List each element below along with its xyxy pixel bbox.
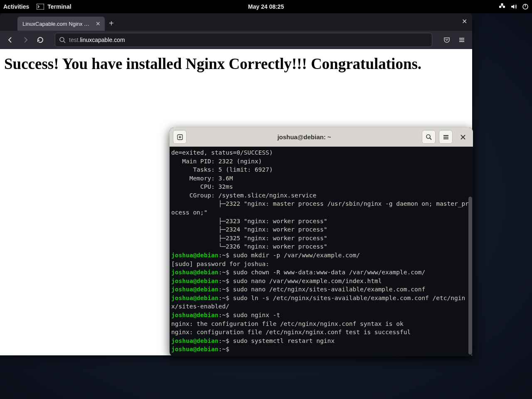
page-heading: Success! You have installed Nginx Correc… (4, 56, 468, 73)
clock[interactable]: May 24 08:25 (248, 3, 284, 10)
tab-close-icon[interactable]: ✕ (95, 20, 101, 27)
terminal-close-button[interactable] (456, 130, 470, 144)
svg-line-10 (430, 138, 431, 140)
terminal-window: joshua@debian: ~ de=exited, status=0/SUC… (170, 128, 473, 356)
gnome-topbar: Activities Terminal May 24 08:25 (0, 0, 532, 13)
hamburger-icon (443, 134, 449, 140)
active-app-name: Terminal (47, 3, 71, 10)
svg-rect-3 (501, 3, 503, 5)
browser-toolbar: test.linuxcapable.com (0, 31, 472, 49)
terminal-scrollbar[interactable] (468, 197, 472, 355)
network-icon[interactable] (499, 3, 505, 10)
power-icon[interactable] (522, 3, 529, 10)
volume-icon[interactable] (510, 3, 517, 10)
svg-line-7 (64, 41, 65, 43)
svg-point-6 (60, 37, 64, 42)
forward-button (19, 34, 32, 46)
terminal-body[interactable]: de=exited, status=0/SUCCESS) Main PID: 2… (170, 147, 473, 356)
terminal-new-tab-button[interactable] (173, 130, 187, 144)
hamburger-menu-button[interactable] (456, 34, 468, 46)
new-tab-button[interactable]: + (109, 19, 114, 28)
reload-button[interactable] (34, 34, 47, 46)
svg-rect-0 (37, 4, 44, 10)
search-icon (426, 134, 432, 140)
search-icon (59, 37, 66, 43)
terminal-titlebar: joshua@debian: ~ (170, 128, 473, 147)
terminal-icon (37, 4, 44, 10)
terminal-search-button[interactable] (422, 130, 436, 144)
tab-title: LinuxCapable.com Nginx Tes (22, 21, 91, 27)
back-button[interactable] (4, 34, 17, 46)
url-bar[interactable]: test.linuxcapable.com (55, 33, 432, 47)
activities-button[interactable]: Activities (3, 3, 29, 10)
close-icon (460, 134, 466, 140)
svg-point-9 (426, 135, 430, 138)
tab-bar: LinuxCapable.com Nginx Tes ✕ + ✕ (0, 13, 472, 31)
browser-tab[interactable]: LinuxCapable.com Nginx Tes ✕ (17, 17, 105, 31)
terminal-title: joshua@debian: ~ (190, 133, 419, 140)
url-text: test.linuxcapable.com (69, 37, 125, 43)
active-app-indicator[interactable]: Terminal (37, 3, 71, 10)
pocket-button[interactable] (441, 34, 453, 46)
terminal-menu-button[interactable] (439, 130, 453, 144)
window-close-icon[interactable]: ✕ (462, 17, 467, 25)
